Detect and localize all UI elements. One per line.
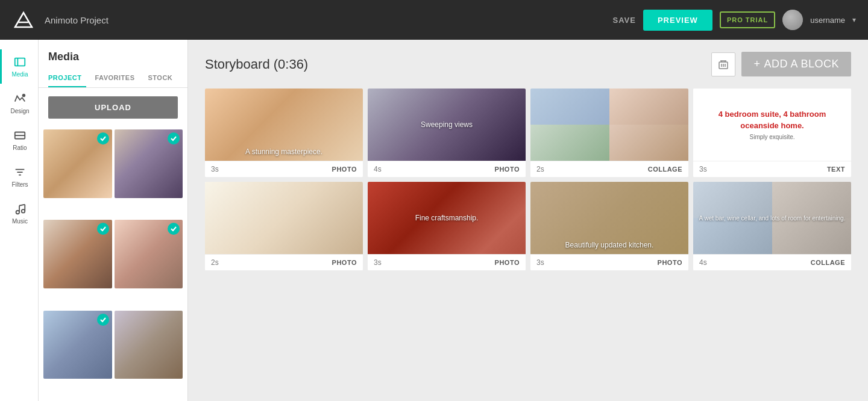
- block-1-4-footer: 3s TEXT: [693, 161, 851, 177]
- block-2-2-footer: 3s PHOTO: [368, 254, 526, 270]
- block-2-2-time: 3s: [374, 258, 382, 267]
- media-thumb-3[interactable]: [43, 220, 112, 288]
- block-1-2-type: PHOTO: [495, 166, 520, 173]
- media-panel: Media PROJECT FAVORITES STOCK UPLOAD: [39, 40, 188, 401]
- media-thumb-6[interactable]: [115, 311, 183, 379]
- block-2-2-text: Fine craftsmanship.: [415, 214, 479, 222]
- sidebar-ratio-label: Ratio: [13, 145, 27, 151]
- sidebar-filters-label: Filters: [11, 181, 28, 188]
- media-check-1: [97, 132, 109, 145]
- pro-trial-button[interactable]: PRO TRIAL: [720, 11, 775, 28]
- media-thumb-5[interactable]: [43, 311, 112, 379]
- sidebar: Media Design Ratio Filters: [0, 40, 39, 401]
- block-1-1-time: 3s: [211, 165, 219, 173]
- story-block-2-2[interactable]: Fine craftsmanship. 3s PHOTO: [368, 182, 526, 270]
- tab-favorites[interactable]: FAVORITES: [95, 69, 139, 87]
- media-check-3: [97, 223, 109, 235]
- storyboard-title: Storyboard (0:36): [205, 57, 308, 72]
- svg-line-14: [19, 205, 25, 206]
- media-thumb-1[interactable]: [43, 129, 112, 198]
- media-thumb-4[interactable]: [115, 220, 183, 288]
- block-2-4-type: COLLAGE: [811, 259, 845, 266]
- tab-project[interactable]: PROJECT: [48, 69, 86, 87]
- block-1-3-type: COLLAGE: [648, 166, 682, 173]
- block-2-4-text: A wet bar, wine cellar, and lots of room…: [699, 215, 846, 222]
- text-block-main: 4 bedroom suite, 4 bathroom oceanside ho…: [700, 109, 844, 131]
- save-button[interactable]: SAVE: [613, 16, 636, 25]
- add-block-label: ADD A BLOCK: [764, 58, 839, 70]
- text-block-content: 4 bedroom suite, 4 bathroom oceanside ho…: [693, 89, 851, 161]
- story-block-2-3[interactable]: Beautifully updated kitchen. 3s PHOTO: [530, 182, 688, 270]
- block-2-4-time: 4s: [699, 258, 707, 267]
- story-block-2-4[interactable]: A wet bar, wine cellar, and lots of room…: [693, 182, 851, 270]
- block-2-1-type: PHOTO: [332, 259, 357, 266]
- main-layout: Media Design Ratio Filters: [0, 40, 868, 401]
- media-grid: [39, 127, 187, 401]
- sidebar-media-label: Media: [11, 71, 28, 78]
- upload-button[interactable]: UPLOAD: [48, 96, 178, 119]
- story-block-1-2[interactable]: Sweeping views 4s PHOTO: [368, 89, 526, 177]
- block-2-3-text: Beautifully updated kitchen.: [565, 241, 654, 249]
- storyboard-row-1: A stunning masterpiece. 3s PHOTO Sweepin…: [205, 89, 851, 177]
- collage-block-1: [530, 89, 688, 161]
- block-2-2-type: PHOTO: [495, 259, 520, 266]
- sidebar-item-design[interactable]: Design: [0, 86, 38, 120]
- story-block-1-4[interactable]: 4 bedroom suite, 4 bathroom oceanside ho…: [693, 89, 851, 177]
- story-block-1-1[interactable]: A stunning masterpiece. 3s PHOTO: [205, 89, 363, 177]
- block-1-1-text: A stunning masterpiece.: [245, 148, 322, 156]
- preview-button[interactable]: PREVIEW: [643, 10, 712, 31]
- media-tabs: PROJECT FAVORITES STOCK: [39, 69, 187, 88]
- block-1-2-text: Sweeping views: [421, 120, 473, 129]
- sidebar-design-label: Design: [10, 108, 29, 114]
- text-block-sub: Simply exquisite.: [749, 134, 794, 140]
- add-block-plus: +: [753, 58, 760, 70]
- add-block-button[interactable]: + ADD A BLOCK: [741, 52, 851, 76]
- block-2-1-footer: 2s PHOTO: [205, 254, 363, 270]
- block-1-1-type: PHOTO: [332, 166, 357, 173]
- username-label: username: [810, 16, 845, 25]
- block-1-2-footer: 4s PHOTO: [368, 161, 526, 177]
- story-block-2-1[interactable]: 2s PHOTO: [205, 182, 363, 270]
- block-2-3-type: PHOTO: [658, 259, 682, 266]
- upload-button-wrap: UPLOAD: [39, 88, 187, 127]
- media-thumb-2[interactable]: [115, 129, 183, 198]
- block-1-4-type: TEXT: [827, 166, 845, 173]
- svg-marker-0: [15, 13, 32, 27]
- block-1-4-time: 3s: [699, 165, 707, 173]
- block-2-4-footer: 4s COLLAGE: [693, 254, 851, 270]
- block-1-2-time: 4s: [374, 165, 382, 173]
- sidebar-item-ratio[interactable]: Ratio: [0, 123, 38, 157]
- user-menu-chevron[interactable]: ▾: [852, 16, 856, 24]
- storyboard-header: Storyboard (0:36) + ADD A BLOCK: [205, 52, 851, 76]
- storyboard-row-2: 2s PHOTO Fine craftsmanship. 3s PHOTO: [205, 182, 851, 270]
- media-check-5: [97, 314, 109, 326]
- block-1-1-footer: 3s PHOTO: [205, 161, 363, 177]
- sidebar-item-music[interactable]: Music: [0, 196, 38, 231]
- media-panel-header: Media: [39, 40, 187, 69]
- block-2-1-time: 2s: [211, 258, 219, 267]
- story-block-1-3[interactable]: 2s COLLAGE: [530, 89, 688, 177]
- block-2-3-footer: 3s PHOTO: [530, 254, 688, 270]
- topnav-actions: SAVE PREVIEW PRO TRIAL username ▾: [613, 10, 857, 31]
- svg-point-4: [23, 95, 25, 97]
- block-1-3-time: 2s: [536, 165, 544, 173]
- sidebar-item-media[interactable]: Media: [0, 49, 38, 84]
- avatar[interactable]: [782, 10, 803, 30]
- svg-rect-2: [15, 58, 25, 66]
- storyboard-area: Storyboard (0:36) + ADD A BLOCK: [188, 40, 868, 401]
- block-1-3-footer: 2s COLLAGE: [530, 161, 688, 177]
- media-check-2: [168, 132, 180, 145]
- topnav: Animoto Project SAVE PREVIEW PRO TRIAL u…: [0, 0, 868, 40]
- tab-stock[interactable]: STOCK: [148, 69, 178, 87]
- media-check-4: [168, 223, 180, 235]
- block-2-3-time: 3s: [536, 258, 544, 267]
- sidebar-music-label: Music: [12, 218, 28, 225]
- media-panel-title: Media: [48, 51, 79, 63]
- sidebar-item-filters[interactable]: Filters: [0, 160, 38, 194]
- app-logo[interactable]: [12, 8, 35, 31]
- delete-block-button[interactable]: [711, 52, 735, 76]
- project-title: Animoto Project: [45, 15, 603, 25]
- storyboard-actions: + ADD A BLOCK: [711, 52, 851, 76]
